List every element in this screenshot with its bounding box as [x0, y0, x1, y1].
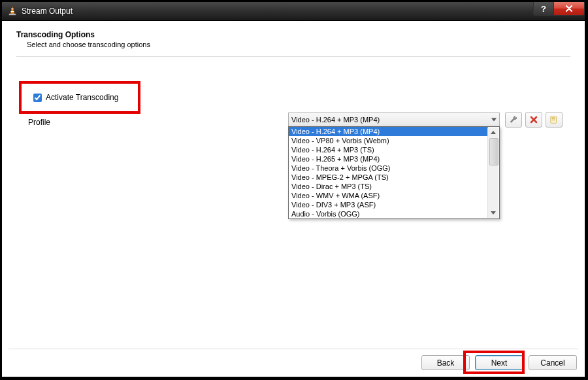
dropdown-scrollbar[interactable]	[487, 128, 498, 218]
scroll-down-icon[interactable]	[491, 211, 496, 215]
next-button[interactable]: Next	[475, 355, 523, 370]
back-button[interactable]: Back	[421, 355, 470, 370]
chevron-down-icon	[491, 118, 497, 122]
close-button[interactable]	[553, 2, 585, 16]
titlebar[interactable]: Stream Output ?	[2, 2, 585, 21]
profile-option[interactable]: Video - H.265 + MP3 (MP4)	[289, 154, 488, 164]
page-heading: Transcoding Options	[16, 30, 585, 39]
scrollbar-thumb[interactable]	[489, 138, 498, 165]
window-title: Stream Output	[22, 7, 73, 16]
svg-rect-5	[552, 118, 555, 118]
svg-rect-6	[552, 118, 555, 119]
delete-icon	[530, 116, 538, 124]
svg-rect-1	[11, 9, 13, 9]
activate-transcoding-group: Activate Transcoding	[19, 81, 140, 114]
activate-transcoding-checkbox[interactable]	[33, 94, 42, 102]
profile-option[interactable]: Video - H.264 + MP3 (TS)	[289, 145, 488, 154]
dialog-window: Stream Output ? Transcoding Options Sele…	[1, 1, 585, 377]
svg-rect-2	[11, 11, 14, 12]
window-controls: ?	[534, 2, 585, 16]
scroll-up-icon[interactable]	[491, 131, 496, 134]
footer-buttons: Back Next Cancel	[421, 355, 577, 370]
profile-option[interactable]: Audio - Vorbis (OGG)	[289, 209, 488, 218]
profile-option[interactable]: Video - DIV3 + MP3 (ASF)	[289, 200, 488, 209]
page-subheading: Select and choose transcoding options	[27, 41, 585, 48]
profile-option[interactable]: Video - Dirac + MP3 (TS)	[289, 182, 488, 191]
profile-option[interactable]: Video - MPEG-2 + MPGA (TS)	[289, 173, 488, 182]
divider	[16, 56, 570, 57]
svg-rect-3	[9, 14, 16, 15]
wrench-icon	[509, 115, 518, 124]
footer-divider	[8, 349, 578, 349]
vlc-cone-icon	[7, 6, 18, 16]
svg-marker-0	[10, 7, 14, 14]
delete-profile-button[interactable]	[525, 112, 542, 128]
dialog-content: Transcoding Options Select and choose tr…	[2, 21, 585, 377]
profile-option[interactable]: Video - H.264 + MP3 (MP4)	[289, 127, 488, 136]
profile-option[interactable]: Video - WMV + WMA (ASF)	[289, 191, 488, 200]
svg-rect-7	[552, 120, 555, 120]
cancel-button[interactable]: Cancel	[529, 355, 577, 370]
profile-dropdown-list[interactable]: Video - H.264 + MP3 (MP4)Video - VP80 + …	[288, 126, 500, 219]
profile-option[interactable]: Video - Theora + Vorbis (OGG)	[289, 164, 488, 173]
profile-option[interactable]: Video - VP80 + Vorbis (Webm)	[289, 136, 488, 145]
profile-select[interactable]: Video - H.264 + MP3 (MP4)	[288, 112, 500, 127]
help-button[interactable]: ?	[533, 2, 554, 16]
profile-selected-value: Video - H.264 + MP3 (MP4)	[291, 116, 380, 124]
new-profile-icon	[549, 115, 559, 124]
profile-label: Profile	[28, 118, 50, 127]
new-profile-button[interactable]	[546, 112, 563, 128]
activate-transcoding-label: Activate Transcoding	[46, 93, 118, 102]
edit-profile-button[interactable]	[505, 112, 522, 128]
